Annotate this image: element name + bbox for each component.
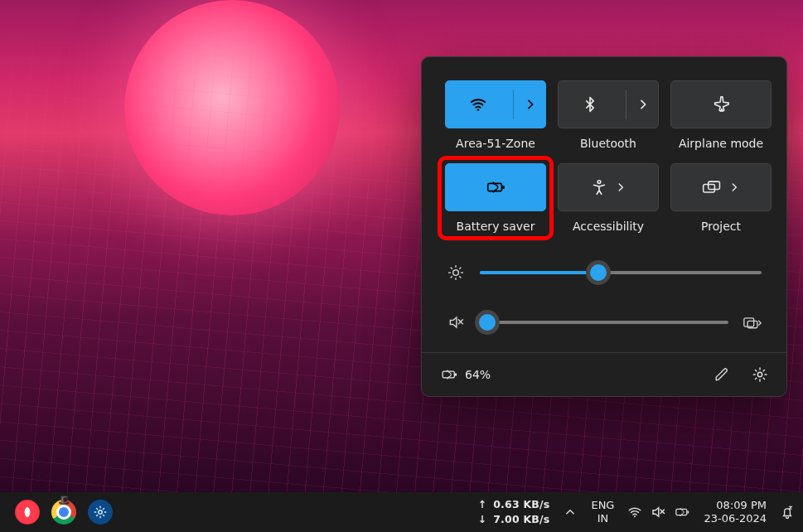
svg-point-21 xyxy=(757,372,762,376)
svg-point-6 xyxy=(453,270,459,276)
sliders-section xyxy=(422,239,786,352)
svg-rect-5 xyxy=(709,181,720,189)
brightness-slider[interactable] xyxy=(480,271,762,274)
arrow-down-icon: ↓ xyxy=(475,512,490,527)
network-speed-indicator[interactable]: ↑0.63 KB/s ↓7.00 KB/s xyxy=(475,497,549,527)
svg-point-0 xyxy=(477,109,480,111)
project-tile[interactable] xyxy=(670,163,772,211)
gear-icon xyxy=(93,505,108,520)
battery-saver-tile-label: Battery saver xyxy=(445,220,546,233)
battery-saver-icon xyxy=(446,178,545,196)
svg-point-22 xyxy=(25,507,31,517)
battery-saver-icon xyxy=(440,367,458,382)
project-tile-label: Project xyxy=(701,220,741,233)
net-up-text: 0.63 KB/s xyxy=(493,498,549,511)
svg-rect-28 xyxy=(688,511,689,514)
svg-line-14 xyxy=(460,268,461,268)
taskbar-app-opera[interactable] xyxy=(15,500,40,525)
tile-wrap-bluetooth: Bluetooth xyxy=(558,80,659,150)
accessibility-tile-label: Accessibility xyxy=(573,220,644,233)
tile-wrap-project: Project xyxy=(670,163,772,233)
svg-rect-4 xyxy=(704,185,715,192)
chevron-right-icon xyxy=(615,181,626,193)
svg-line-11 xyxy=(451,268,452,268)
svg-line-13 xyxy=(451,277,452,278)
time-text: 08:09 PM xyxy=(704,499,767,512)
date-text: 23-06-2024 xyxy=(704,512,767,525)
svg-point-3 xyxy=(597,181,601,184)
volume-row xyxy=(447,314,762,331)
quick-settings-tiles: Area-51-Zone Bluetooth Airplane xyxy=(422,57,786,239)
tile-divider xyxy=(626,89,626,119)
project-expand-button[interactable] xyxy=(728,181,740,193)
notification-center-button[interactable] xyxy=(780,505,795,520)
notification-snooze-icon xyxy=(780,505,795,520)
bluetooth-tile-label: Bluetooth xyxy=(580,137,636,150)
quick-settings-panel: Area-51-Zone Bluetooth Airplane xyxy=(421,56,787,397)
tray-overflow-button[interactable] xyxy=(563,505,578,520)
system-tray: ↑0.63 KB/s ↓7.00 KB/s ENG IN 08:09 PM 23… xyxy=(475,497,795,527)
accessibility-expand-button[interactable] xyxy=(615,181,626,193)
wallpaper-sun xyxy=(124,0,340,215)
tile-wrap-battery-saver: Battery saver xyxy=(445,163,546,233)
battery-status[interactable]: 64% xyxy=(440,367,491,382)
wifi-tile-label: Area-51-Zone xyxy=(456,137,535,150)
language-indicator[interactable]: ENG IN xyxy=(591,499,614,525)
taskbar: 🎩 ↑0.63 KB/s ↓7.00 KB/s ENG IN xyxy=(0,492,803,532)
tile-wrap-airplane: Airplane mode xyxy=(670,80,772,150)
bluetooth-tile[interactable] xyxy=(558,80,659,128)
brightness-icon xyxy=(447,264,465,281)
status-icon-group[interactable] xyxy=(627,505,690,520)
wifi-tile[interactable] xyxy=(445,80,546,128)
svg-point-23 xyxy=(99,510,103,515)
chevron-right-icon xyxy=(636,98,650,111)
arrow-up-icon: ↑ xyxy=(475,497,490,512)
battery-percent-text: 64% xyxy=(465,368,491,381)
volume-muted-icon xyxy=(651,505,665,520)
taskbar-apps: 🎩 xyxy=(15,500,113,525)
chevron-right-icon xyxy=(524,98,537,111)
accessibility-tile[interactable] xyxy=(558,163,659,211)
airplane-tile[interactable] xyxy=(670,80,772,128)
tile-wrap-accessibility: Accessibility xyxy=(558,163,659,233)
svg-point-24 xyxy=(634,515,636,517)
gear-icon xyxy=(752,366,768,383)
tile-wrap-wifi: Area-51-Zone xyxy=(445,80,546,150)
taskbar-app-chrome[interactable]: 🎩 xyxy=(51,500,76,525)
pencil-icon xyxy=(714,367,729,382)
brightness-row xyxy=(447,264,762,281)
svg-rect-17 xyxy=(744,318,754,326)
clock[interactable]: 08:09 PM 23-06-2024 xyxy=(704,499,767,525)
chevron-up-icon xyxy=(564,506,576,518)
audio-output-icon xyxy=(743,315,762,330)
tile-divider xyxy=(513,89,514,119)
brightness-fill xyxy=(480,271,598,274)
volume-thumb[interactable] xyxy=(475,310,500,335)
project-icon xyxy=(702,179,722,196)
bluetooth-expand-button[interactable] xyxy=(636,98,650,111)
volume-muted-icon xyxy=(447,314,465,331)
battery-saver-tile[interactable] xyxy=(445,163,546,211)
language-bottom: IN xyxy=(591,512,614,525)
chevron-right-icon xyxy=(728,181,740,193)
audio-output-button[interactable] xyxy=(743,315,762,330)
svg-rect-20 xyxy=(455,373,457,375)
volume-slider[interactable] xyxy=(480,321,728,324)
edit-quick-settings-button[interactable] xyxy=(710,363,733,386)
svg-rect-2 xyxy=(502,186,504,189)
svg-line-12 xyxy=(460,277,461,278)
language-top: ENG xyxy=(591,499,614,512)
airplane-tile-label: Airplane mode xyxy=(679,137,763,150)
battery-saver-icon xyxy=(674,505,690,519)
wifi-expand-button[interactable] xyxy=(524,98,537,111)
net-down-text: 7.00 KB/s xyxy=(493,513,549,526)
taskbar-app-settings[interactable] xyxy=(88,500,113,525)
airplane-icon xyxy=(671,95,771,114)
panel-footer: 64% xyxy=(422,352,786,396)
accessibility-icon xyxy=(590,178,608,196)
open-settings-button[interactable] xyxy=(748,363,772,386)
wifi-icon xyxy=(627,505,642,520)
brightness-thumb[interactable] xyxy=(586,260,611,285)
battery-saver-highlight: Battery saver xyxy=(438,156,554,240)
